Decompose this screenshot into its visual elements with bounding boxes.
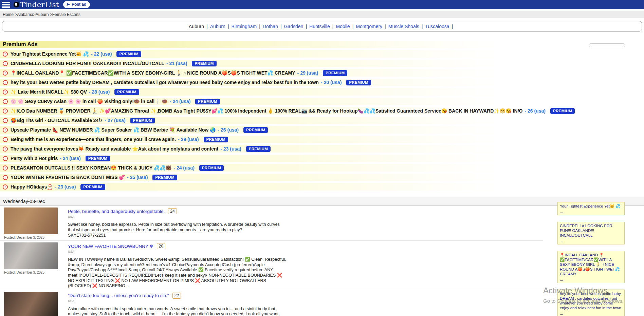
premium-ad-age-link[interactable]: - 26 (usa) bbox=[525, 108, 545, 114]
city-links-box: Auburn | Auburn | Birmingham | Dothan | … bbox=[2, 21, 642, 32]
listing-left-column: Posted: December 3, 2025 bbox=[4, 208, 62, 239]
premium-ad-title-link[interactable]: 🥵Big Tits Girl - OUTCALL Available 24/7 bbox=[11, 118, 103, 123]
listing-left-column: Posted: December 3, 2025 bbox=[4, 242, 62, 289]
city-link[interactable]: Gadsden bbox=[284, 24, 303, 29]
premium-ad-age-link[interactable]: - 23 (usa) bbox=[220, 146, 241, 152]
premium-ad-title-link[interactable]: Party with 2 Hot girls bbox=[11, 156, 58, 161]
post-ad-button[interactable]: Post ad bbox=[63, 1, 90, 8]
breadcrumb[interactable]: Home >Alabama>Auburn >Female Escorts bbox=[3, 12, 80, 17]
top-bar: TinderList Post ad bbox=[0, 0, 644, 9]
premium-ad-row: ↑ YOUR WINTER FAVORITE IS BACK DONT MISS… bbox=[0, 174, 644, 181]
age-badge: 20 bbox=[157, 243, 165, 249]
premium-ad-row: ↑ PLEASANTON OUTCALLS !! SEXY KOREAN😍 TH… bbox=[0, 164, 644, 172]
premium-ad-age-link[interactable]: - 28 (usa) bbox=[89, 89, 110, 95]
page: TinderList Post ad Home >Alabama>Auburn … bbox=[0, 0, 644, 316]
listing-row: Posted: December 3, 2025 Petite, brunett… bbox=[0, 206, 543, 241]
hamburger-menu-icon[interactable] bbox=[2, 2, 10, 8]
premium-ad-title-link[interactable]: Your Tightest Experience Yet🐱 💦 bbox=[11, 51, 89, 57]
up-arrow-icon: ↑ bbox=[3, 184, 8, 190]
city-link[interactable]: Montgomery bbox=[356, 24, 382, 29]
city-link[interactable]: Birmingham bbox=[231, 24, 257, 29]
premium-ad-age-link[interactable]: - 23 (usa) bbox=[55, 184, 76, 190]
premium-ad-age-link[interactable]: - 22 (usa) bbox=[91, 51, 112, 57]
city-link[interactable]: Huntsville bbox=[309, 24, 330, 29]
premium-ad-title-link[interactable]: Happy HOlidays🎅 bbox=[11, 184, 53, 190]
sidebar-ad-box[interactable]: ↑CINDERELLA LOOKING FOR FUN!!! OAKLAND!!… bbox=[557, 222, 625, 244]
date-header: Wednesday-03-Dec bbox=[0, 197, 644, 206]
listing-body: YOUR NEW FAVORITE SNOWBUNNY ❄ 20 USA NEW… bbox=[62, 242, 287, 289]
city-separator: | bbox=[332, 24, 334, 29]
city-separator: | bbox=[280, 24, 282, 29]
up-arrow-icon: ↑ bbox=[3, 156, 8, 161]
premium-ad-title-link[interactable]: hey its your best wettes petite baby DRE… bbox=[11, 80, 319, 85]
premium-ad-title-link[interactable]: YOUR WINTER FAVORITE IS BACK DONT MISS 💕 bbox=[11, 175, 125, 180]
premium-ad-title-link[interactable]: 📍INCALL OAKLAND📍 ✅FACETIME/CAR✅WITH A SE… bbox=[11, 70, 295, 76]
premium-ad-title-link[interactable]: Upscale Playmate 👠 NEW NUMBER 💦 Super So… bbox=[11, 127, 216, 133]
premium-ad-title-link[interactable]: ✨ Lake Merritt INCALL✨ $80 QV bbox=[11, 89, 87, 95]
listing-thumbnail[interactable] bbox=[4, 242, 58, 269]
premium-badge: PREMIUM bbox=[152, 175, 177, 180]
premium-ad-age-link[interactable]: - 29 (usa) bbox=[178, 137, 199, 142]
premium-ad-age-link[interactable]: - 24 (usa) bbox=[170, 99, 190, 104]
up-arrow-icon: ↑ bbox=[3, 165, 8, 171]
listing-title-link[interactable]: "Don't stare too long... unless you're r… bbox=[68, 293, 169, 298]
sidebar-ad-box[interactable]: ↑hey its your best wettes petite baby DR… bbox=[557, 290, 625, 316]
listing-title-link[interactable]: YOUR NEW FAVORITE SNOWBUNNY ❄ bbox=[68, 243, 153, 249]
listing-country: USA bbox=[68, 250, 287, 253]
city-link[interactable]: Auburn bbox=[210, 24, 225, 29]
premium-badge: PREMIUM bbox=[195, 99, 220, 104]
posted-timestamp: Posted: December 3, 2025 bbox=[4, 236, 62, 239]
listing-thumbnail[interactable] bbox=[4, 292, 58, 316]
listings-feed: Posted: December 3, 2025 Petite, brunett… bbox=[0, 206, 543, 316]
up-arrow-icon: ↑ bbox=[3, 137, 8, 142]
scrollbar-thumb[interactable] bbox=[589, 43, 625, 47]
premium-ad-row: ↑ 🌸 🌸 Sexy CuRvy Asian 🌸 🌸 in call 🍑 vis… bbox=[0, 98, 644, 105]
premium-ad-row: ↑ Happy HOlidays🎅 - 23 (usa) PREMIUM bbox=[0, 183, 644, 191]
city-link[interactable]: Muscle Shoals bbox=[388, 24, 419, 29]
premium-ad-age-link[interactable]: - 26 (usa) bbox=[218, 127, 238, 133]
city-link[interactable]: Tuscaloosa bbox=[425, 24, 449, 29]
sidebar-ad-box[interactable]: ↑📍INCALL OAKLAND 📍✅FACETIME/CAR✅WITH A S… bbox=[557, 251, 625, 283]
premium-ad-age-link[interactable]: - 24 (usa) bbox=[60, 156, 80, 161]
premium-ad-title-link[interactable]: CINDERELLA LOOKING FOR FUN!!! OAKLAND!!!… bbox=[11, 61, 164, 66]
premium-ad-title-link[interactable]: Being with me is an experience—one that … bbox=[11, 137, 176, 142]
listing-title-link[interactable]: Petite, brunette, and dangerously unforg… bbox=[68, 209, 165, 214]
premium-ad-row: ↑ The pawg that everyone loves🦊 Ready an… bbox=[0, 145, 644, 153]
sidebar-ad-text: CINDERELLA LOOKING FOR FUN!!! OAKLAND!!!… bbox=[560, 224, 612, 237]
up-arrow-icon: ↑ bbox=[3, 61, 8, 66]
premium-badge: PREMIUM bbox=[246, 146, 271, 152]
premium-ad-row: ↑ hey its your best wettes petite baby D… bbox=[0, 79, 644, 86]
age-badge: 24 bbox=[168, 208, 177, 214]
listing-thumbnail[interactable] bbox=[4, 208, 58, 234]
city-separator: | bbox=[352, 24, 354, 29]
sidebar-ad-text: Your Tightest Experience Yet🐱 💦 bbox=[560, 204, 621, 208]
listing-phone: SKYE702-577-2251 bbox=[68, 233, 287, 238]
listing-country: USA bbox=[68, 215, 287, 218]
city-separator: | bbox=[206, 24, 208, 29]
sidebar-ad-box[interactable]: ↑Your Tightest Experience Yet🐱 💦 ... bbox=[557, 202, 625, 215]
premium-ad-age-link[interactable]: - 21 (usa) bbox=[166, 61, 187, 66]
premium-ad-title-link[interactable]: PLEASANTON OUTCALLS !! SEXY KOREAN😍 THIC… bbox=[11, 165, 171, 171]
city-separator: | bbox=[385, 24, 386, 29]
premium-badge: PREMIUM bbox=[116, 51, 141, 57]
age-badge: 22 bbox=[172, 293, 181, 299]
premium-ad-age-link[interactable]: - 20 (usa) bbox=[321, 80, 342, 85]
premium-ad-age-link[interactable]: - 24 (usa) bbox=[173, 165, 194, 171]
premium-ad-age-link[interactable]: - 25 (usa) bbox=[127, 175, 148, 180]
premium-ad-age-link[interactable]: - 27 (usa) bbox=[105, 118, 125, 123]
site-logo[interactable]: TinderList bbox=[14, 1, 59, 9]
premium-ad-title-link[interactable]: 🌸 🌸 Sexy CuRvy Asian 🌸 🌸 in call 🍑 visit… bbox=[11, 99, 168, 104]
city-link[interactable]: Dothan bbox=[263, 24, 278, 29]
premium-ads-heading: Premium Ads bbox=[0, 41, 644, 48]
up-arrow-icon: ↑ bbox=[3, 146, 8, 152]
premium-badge: PREMIUM bbox=[243, 127, 268, 133]
premium-ad-age-link[interactable]: - 29 (usa) bbox=[297, 70, 318, 76]
listing-row: Posted: December 3, 2025 "Don't stare to… bbox=[0, 290, 543, 316]
premium-ad-title-link[interactable]: The pawg that everyone loves🦊 Ready and … bbox=[11, 146, 218, 152]
city-link[interactable]: Mobile bbox=[336, 24, 350, 29]
premium-ad-row: ↑ Upscale Playmate 👠 NEW NUMBER 💦 Super … bbox=[0, 126, 644, 134]
city-separator: | bbox=[452, 24, 453, 29]
city-separator: | bbox=[422, 24, 423, 29]
premium-ad-title-link[interactable]: ✨K.O Daa NUMBER 🥉 PROVIDER 🧎 ✨💕AMAZING T… bbox=[11, 108, 522, 114]
up-arrow-icon: ↑ bbox=[3, 99, 8, 104]
